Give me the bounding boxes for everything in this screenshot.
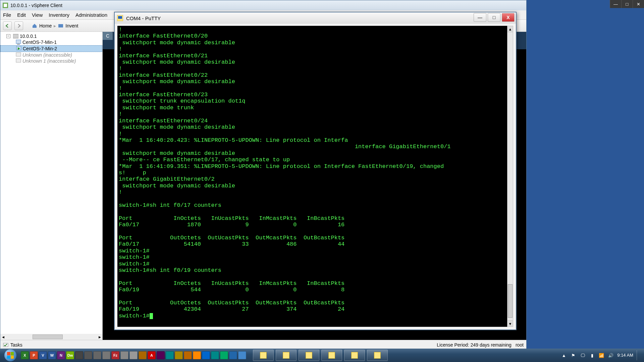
forward-button[interactable]: [14, 21, 23, 30]
os-maximize-button[interactable]: □: [621, 0, 633, 8]
taskbar-clock[interactable]: 9:14 AM: [617, 353, 633, 358]
pinned-icon[interactable]: [93, 351, 101, 359]
tree-hscroll[interactable]: ◂ ▸: [0, 334, 102, 340]
pinned-icon[interactable]: P: [30, 351, 38, 359]
pinned-icon[interactable]: V: [39, 351, 47, 359]
vsphere-app-icon: [2, 2, 8, 8]
pinned-icon[interactable]: [157, 351, 165, 359]
pinned-icon[interactable]: [202, 351, 210, 359]
pinned-icon[interactable]: [220, 351, 228, 359]
tree-item-centos2[interactable]: CentOS-7-Min-2: [0, 45, 102, 52]
menu-file[interactable]: File: [3, 12, 11, 18]
home-icon[interactable]: [32, 23, 37, 28]
putty-window: COM4 - PuTTY — □ X ! interface FastEther…: [114, 12, 517, 330]
putty-terminal[interactable]: ! interface FastEthernet0/20 switchport …: [117, 26, 507, 327]
taskbar-app-putty[interactable]: [367, 350, 388, 361]
tree-item-label: CentOS-7-Min-1: [22, 40, 57, 45]
pinned-icon[interactable]: X: [21, 351, 29, 359]
menu-administration[interactable]: Administration: [75, 12, 107, 18]
pinned-icon[interactable]: [102, 351, 110, 359]
pinned-icon[interactable]: [211, 351, 219, 359]
tray-volume-icon[interactable]: 🔊: [608, 352, 614, 358]
menu-inventory[interactable]: Inventory: [49, 12, 69, 18]
tasks-label[interactable]: Tasks: [10, 342, 22, 348]
taskbar-app-cmd2[interactable]: [344, 350, 365, 361]
tree-root-label: 10.0.0.1: [20, 34, 37, 39]
pinned-icon[interactable]: Fz: [111, 351, 119, 359]
tray-up-icon[interactable]: ▲: [561, 352, 567, 358]
breadcrumb-home[interactable]: Home: [39, 23, 52, 28]
svg-rect-11: [118, 16, 122, 19]
pinned-icon[interactable]: [238, 351, 246, 359]
svg-rect-2: [58, 24, 63, 27]
tray-network-icon[interactable]: 📶: [598, 352, 604, 358]
tree-item-label: Unknown 1 (inaccessible): [22, 58, 76, 64]
expander-icon[interactable]: −: [6, 34, 10, 38]
putty-close-button[interactable]: X: [502, 13, 515, 22]
putty-window-controls: — □ X: [474, 13, 515, 22]
tree-item-centos1[interactable]: CentOS-7-Min-1: [0, 39, 102, 45]
pinned-icon[interactable]: [139, 351, 147, 359]
breadcrumb: Home ▸ Invent: [32, 23, 78, 28]
svg-rect-5: [17, 44, 20, 45]
pinned-icon[interactable]: [75, 351, 83, 359]
putty-titlebar[interactable]: COM4 - PuTTY — □ X: [115, 12, 516, 24]
tree-root[interactable]: − 10.0.0.1: [0, 33, 102, 39]
scroll-down-icon[interactable]: ▼: [507, 320, 513, 326]
menu-edit[interactable]: Edit: [17, 12, 26, 18]
pinned-icon[interactable]: [129, 351, 138, 359]
svg-rect-4: [16, 40, 21, 44]
pinned-icon[interactable]: [184, 351, 192, 359]
inventory-icon[interactable]: [58, 23, 63, 28]
pinned-icon[interactable]: N: [57, 351, 65, 359]
pinned-icon[interactable]: [229, 351, 237, 359]
breadcrumb-sep: ▸: [54, 23, 56, 28]
tray-monitor-icon[interactable]: 🖵: [580, 352, 586, 358]
os-window-controls: — □ ✕: [610, 0, 644, 8]
start-button[interactable]: [1, 349, 19, 362]
tray-action-icon[interactable]: ⚑: [570, 352, 576, 358]
menu-view[interactable]: View: [32, 12, 43, 18]
pinned-icon[interactable]: [120, 351, 128, 359]
scroll-up-icon[interactable]: ▲: [507, 26, 513, 32]
vsphere-title-text: 10.0.0.1 - vSphere Client: [10, 3, 62, 8]
pinned-icons: XPVWNDwFzA: [21, 351, 246, 359]
pinned-icon[interactable]: A: [148, 351, 156, 359]
taskbar-app-cmd[interactable]: [321, 350, 342, 361]
pinned-icon[interactable]: [193, 351, 201, 359]
vsphere-statusbar: Tasks License Period: 249 days remaining…: [0, 340, 526, 349]
user-text: root: [516, 342, 524, 348]
pinned-icon[interactable]: Dw: [66, 351, 74, 359]
main-tab[interactable]: C: [103, 32, 113, 40]
vsphere-titlebar[interactable]: 10.0.0.1 - vSphere Client: [0, 0, 526, 10]
tree-item-unknown1[interactable]: Unknown 1 (inaccessible): [0, 58, 102, 64]
os-close-button[interactable]: ✕: [633, 0, 644, 8]
hscroll-thumb[interactable]: [33, 335, 63, 339]
putty-maximize-button[interactable]: □: [488, 13, 500, 22]
show-desktop-button[interactable]: [637, 350, 640, 360]
taskbar-app-ppt[interactable]: [276, 350, 297, 361]
host-icon: [13, 34, 18, 39]
breadcrumb-inventory[interactable]: Invent: [65, 23, 78, 28]
back-button[interactable]: [3, 21, 12, 30]
pinned-icon[interactable]: [175, 351, 183, 359]
taskbar-app-folder[interactable]: [253, 350, 274, 361]
tree-item-unknown0[interactable]: Unknown (inaccessible): [0, 52, 102, 58]
clock-time: 9:14 AM: [617, 353, 633, 358]
inventory-tree[interactable]: − 10.0.0.1 CentOS-7-Min-1 CentOS-7-Min-2…: [0, 32, 103, 340]
putty-app-icon: [117, 15, 123, 21]
tray-battery-icon[interactable]: ▮: [589, 352, 595, 358]
tasks-icon[interactable]: [3, 342, 8, 348]
vm-inaccessible-icon: [16, 52, 21, 58]
putty-minimize-button[interactable]: —: [474, 13, 486, 22]
scroll-thumb[interactable]: [508, 284, 513, 318]
taskbar: XPVWNDwFzA ▲ ⚑ 🖵 ▮ 📶 🔊 9:14 AM: [0, 349, 644, 362]
pinned-icon[interactable]: [166, 351, 174, 359]
putty-scrollbar[interactable]: ▲ ▼: [507, 26, 513, 327]
vm-icon: [16, 40, 21, 45]
taskbar-app-chat[interactable]: [299, 350, 319, 361]
pinned-icon[interactable]: W: [48, 351, 56, 359]
vm-inaccessible-icon: [16, 58, 21, 64]
os-minimize-button[interactable]: —: [610, 0, 621, 8]
pinned-icon[interactable]: [84, 351, 92, 359]
